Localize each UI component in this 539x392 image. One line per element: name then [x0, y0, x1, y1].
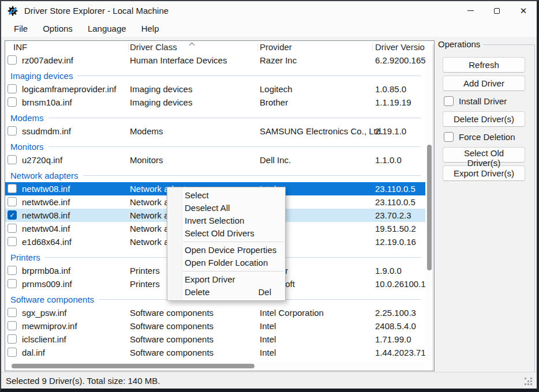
row-checkbox[interactable]: [8, 184, 17, 193]
group-divider-line: [83, 175, 421, 176]
cell-driver-version: 19.51.50.2: [375, 222, 416, 235]
cell-inf: u2720q.inf: [22, 153, 62, 167]
row-checkbox[interactable]: [8, 334, 17, 344]
add-driver-button[interactable]: Add Driver: [443, 76, 525, 91]
row-checkbox[interactable]: [8, 237, 17, 246]
refresh-button[interactable]: Refresh: [443, 57, 525, 73]
menubar-item-file[interactable]: File: [6, 21, 35, 36]
driver-row-mewmiprov-inf[interactable]: mewmiprov.infSoftware componentsIntel240…: [5, 319, 425, 333]
context-menu-item-export-driver[interactable]: Export Driver: [167, 273, 285, 286]
horizontal-scrollbar-thumb[interactable]: [12, 364, 254, 368]
cell-driver-version: 12.19.0.16: [375, 235, 416, 248]
operations-controls: RefreshAdd DriverInstall DriverDelete Dr…: [433, 45, 534, 372]
export-driver-s-button[interactable]: Export Driver(s): [443, 165, 525, 181]
checkbox-label: Install Driver: [459, 96, 507, 106]
resize-grip[interactable]: [524, 377, 533, 386]
cell-inf: logicamframeprovider.inf: [22, 82, 116, 96]
group-label: Monitors: [10, 142, 44, 152]
context-menu-item-select-old-drivers[interactable]: Select Old Drivers: [167, 227, 285, 240]
row-checkbox[interactable]: [8, 266, 17, 275]
group-divider-line: [77, 76, 421, 76]
delete-driver-s-button[interactable]: Delete Driver(s): [443, 111, 525, 127]
row-checkbox[interactable]: [8, 155, 17, 164]
cell-inf: brnsm10a.inf: [22, 96, 72, 109]
driver-row-dal-inf[interactable]: dal.infSoftware componentsIntel1.44.2023…: [5, 346, 425, 359]
operations-title: Operations: [435, 39, 483, 49]
minimize-button[interactable]: [457, 1, 484, 20]
menubar: FileOptionsLanguageHelp: [1, 20, 537, 37]
context-menu-item-deselect-all[interactable]: Deselect All: [167, 202, 285, 214]
column-header-driver-versio[interactable]: Driver Versio: [375, 41, 425, 54]
install-driver-checkbox[interactable]: Install Driver: [444, 96, 534, 107]
row-checkbox[interactable]: [8, 279, 17, 288]
group-header-monitors: Monitors: [5, 138, 425, 153]
menu-item-label: Select: [185, 189, 209, 202]
cell-driver-version: 1.44.2023.71: [375, 346, 425, 359]
column-header-inf[interactable]: INF: [13, 41, 27, 54]
context-menu-item-select[interactable]: Select: [167, 189, 285, 202]
driver-row-iclsclient-inf[interactable]: iclsclient.infSoftware componentsIntel1.…: [5, 333, 425, 346]
column-header-driver-class[interactable]: Driver Class: [130, 41, 177, 54]
cell-provider: Logitech: [260, 82, 293, 96]
driver-row-ssudmdm-inf[interactable]: ssudmdm.infModemsSAMSUNG Electronics Co.…: [5, 125, 425, 138]
row-checkbox[interactable]: [8, 321, 17, 330]
cell-inf: netwtw6e.inf: [22, 195, 70, 209]
column-divider[interactable]: [128, 43, 129, 52]
cell-driver-version: 1.71.99.0: [375, 333, 411, 346]
row-checkbox[interactable]: [8, 197, 17, 206]
checkbox-label: Force Deletion: [459, 132, 515, 142]
maximize-icon: [494, 8, 500, 14]
app-gear-wrench-icon: [7, 5, 18, 17]
row-checkbox[interactable]: [8, 84, 17, 93]
row-checkbox[interactable]: [8, 348, 17, 357]
window-controls: ✕: [457, 1, 537, 20]
cell-driver-class: Software components: [130, 333, 214, 346]
row-checkbox[interactable]: [8, 308, 17, 317]
menubar-item-options[interactable]: Options: [35, 21, 80, 36]
group-divider-line: [48, 118, 421, 118]
force-deletion-checkbox[interactable]: Force Deletion: [444, 131, 534, 142]
cell-inf: netwtw04.inf: [22, 222, 70, 235]
cell-inf: prnms009.inf: [22, 277, 72, 291]
maximize-button[interactable]: [484, 1, 510, 20]
driver-row-brnsm10a-inf[interactable]: brnsm10a.infImaging devicesBrother1.1.19…: [5, 96, 425, 109]
row-checkbox[interactable]: [8, 126, 17, 135]
context-menu-item-invert-selection[interactable]: Invert Selection: [167, 214, 285, 227]
cell-driver-version: 10.0.26100.1: [375, 277, 425, 291]
row-checkbox[interactable]: [8, 55, 17, 65]
cell-driver-class: Software components: [130, 306, 214, 319]
column-header-provider[interactable]: Provider: [260, 41, 292, 54]
close-button[interactable]: ✕: [510, 1, 537, 20]
cell-inf: dal.inf: [22, 346, 45, 359]
menu-item-label: Export Driver: [185, 273, 235, 286]
cell-provider: Brother: [260, 96, 288, 109]
cell-driver-version: 2.19.1.0: [375, 125, 406, 138]
cell-driver-class: Imaging devices: [130, 96, 192, 109]
group-label: Printers: [10, 252, 40, 263]
row-checkbox[interactable]: [8, 224, 17, 233]
cell-inf: iclsclient.inf: [22, 333, 66, 346]
context-menu-item-open-device-properties[interactable]: Open Device Properties: [167, 244, 285, 257]
context-menu-item-delete[interactable]: DeleteDel: [167, 286, 285, 299]
row-checkbox[interactable]: ✓: [8, 210, 17, 220]
horizontal-scrollbar[interactable]: [5, 362, 425, 371]
select-old-driver-s-button[interactable]: Select Old Driver(s): [443, 147, 525, 163]
context-menu-separator: [183, 242, 284, 242]
context-menu-item-open-folder-location[interactable]: Open Folder Location: [167, 257, 285, 269]
driver-row-rz007adev-inf[interactable]: rz007adev.infHuman Interface DevicesRaze…: [5, 54, 425, 67]
column-divider[interactable]: [257, 43, 258, 52]
vertical-scrollbar-thumb[interactable]: [427, 145, 432, 270]
driver-row-u2720q-inf[interactable]: u2720q.infMonitorsDell Inc.1.1.0.0: [5, 153, 425, 167]
cell-driver-class: Software components: [130, 346, 214, 359]
menubar-item-language[interactable]: Language: [80, 21, 134, 36]
menubar-item-help[interactable]: Help: [134, 21, 167, 36]
column-divider[interactable]: [372, 43, 373, 52]
cell-driver-class: Printers: [130, 277, 160, 291]
cell-inf: rz007adev.inf: [22, 54, 73, 67]
driver-row-sgx-psw-inf[interactable]: sgx_psw.infSoftware componentsIntel Corp…: [5, 306, 425, 319]
group-label: Imaging devices: [10, 71, 73, 81]
cell-driver-class: Monitors: [130, 153, 163, 167]
driver-row-logicamframeprovider-inf[interactable]: logicamframeprovider.infImaging devicesL…: [5, 82, 425, 96]
group-header-modems: Modems: [5, 109, 425, 125]
row-checkbox[interactable]: [8, 97, 17, 107]
